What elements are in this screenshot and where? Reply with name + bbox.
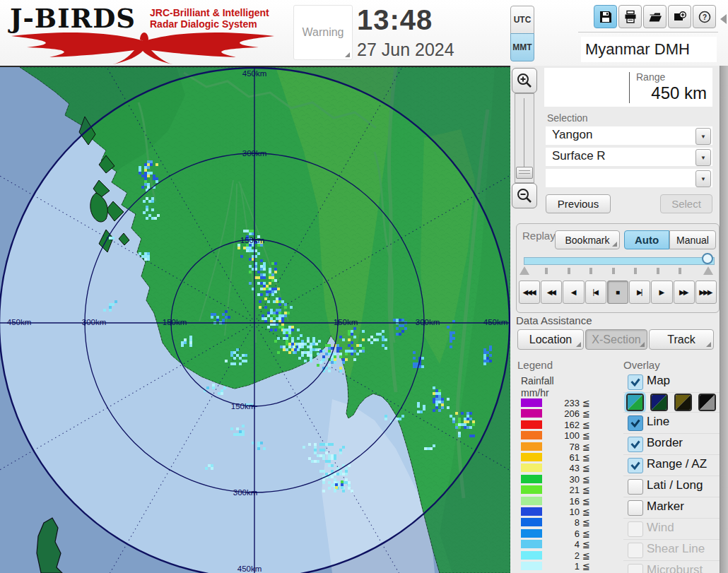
transport-button-3[interactable]: |◀ — [585, 280, 606, 304]
transport-button-7[interactable]: ▶▶ — [674, 280, 695, 304]
track-button[interactable]: Track — [649, 329, 714, 350]
add-image-button[interactable] — [668, 5, 691, 28]
product-dropdown[interactable]: Surface R ▼ — [546, 148, 712, 166]
transport-button-5[interactable]: ▶| — [629, 280, 650, 304]
overlay-item-marker[interactable]: Marker — [623, 497, 720, 518]
overlay-item-border[interactable]: Border — [623, 433, 720, 454]
overlay-item-shear-line[interactable]: Shear Line — [623, 539, 720, 560]
slider-end-marker[interactable] — [703, 266, 713, 275]
transport-button-8[interactable]: ▶▶▶ — [695, 280, 717, 304]
x-section-label: X-Section — [592, 333, 640, 346]
open-folder-button[interactable] — [643, 5, 667, 28]
data-assistance-label: Data Assistance — [516, 314, 592, 326]
range-label: Range — [636, 71, 665, 83]
transport-button-1[interactable]: ◀◀ — [541, 280, 562, 304]
magnifier-minus-icon — [516, 187, 533, 204]
zoom-slider-handle[interactable] — [516, 167, 533, 179]
chevron-down-icon[interactable]: ▼ — [695, 128, 711, 145]
collapse-panel-arrow-icon[interactable] — [720, 14, 727, 24]
corner-resize-icon — [345, 52, 350, 57]
overlay-item-label: Marker — [647, 500, 684, 514]
transport-button-2[interactable]: ◀ — [563, 280, 584, 304]
legend-value: 4 — [539, 539, 580, 550]
help-button[interactable]: ? — [693, 5, 716, 28]
manual-mode-button[interactable]: Manual — [669, 230, 716, 249]
range-ring-label: 450km — [7, 318, 32, 326]
zoom-slider-track[interactable] — [515, 93, 534, 183]
chevron-down-icon[interactable]: ▼ — [695, 149, 711, 166]
radar-map[interactable]: 450km300km150km150km300km450km450km300km… — [0, 66, 510, 573]
chevron-down-icon[interactable]: ▼ — [695, 170, 711, 187]
option-dropdown[interactable]: ▼ — [546, 169, 712, 187]
transport-controls: ◀◀◀◀◀◀|◀■▶|▶▶▶▶▶▶ — [519, 280, 717, 304]
warning-button[interactable]: Warning — [293, 5, 353, 60]
overlay-item-range-az[interactable]: Range / AZ — [623, 454, 720, 475]
radar-map-canvas: 450km300km150km150km300km450km450km300km… — [0, 67, 510, 573]
legend-row: 6≦ — [510, 528, 616, 539]
replay-slider-track[interactable] — [524, 257, 715, 265]
jbirds-logo: J-BIRDS JRC-Brilliant & Intelligent Rada… — [4, 1, 286, 64]
overlay-list: MapLineBorderRange / AZLati / LongMarker… — [623, 372, 720, 573]
map-style-swatch-2[interactable] — [650, 394, 668, 411]
legend-row: 10≦ — [510, 507, 616, 517]
legend-value: 30 — [539, 474, 580, 485]
mmt-button[interactable]: MMT — [510, 33, 534, 61]
checkmark-icon — [629, 438, 642, 451]
overlay-item-microburst[interactable]: Microburst — [623, 560, 720, 573]
transport-button-6[interactable]: ▶ — [651, 280, 672, 304]
legend-operator: ≦ — [582, 408, 590, 419]
checkbox[interactable] — [628, 458, 643, 473]
legend-row: 43≦ — [510, 463, 616, 473]
legend-row: 30≦ — [510, 474, 616, 485]
legend-row: 16≦ — [510, 496, 616, 507]
slider-tick — [679, 268, 681, 274]
checkbox[interactable] — [628, 500, 643, 516]
map-style-swatch-4[interactable] — [698, 394, 716, 411]
site-dropdown[interactable]: Yangon ▼ — [546, 126, 712, 145]
overlay-item-map[interactable]: Map — [623, 372, 720, 392]
location-button[interactable]: Location — [517, 329, 584, 350]
print-button[interactable] — [618, 5, 642, 28]
zoom-in-button[interactable] — [512, 68, 537, 93]
legend-value: 21 — [539, 485, 580, 495]
overlay-label: Overlay — [623, 359, 660, 371]
previous-button[interactable]: Previous — [546, 194, 611, 213]
overlay-item-line[interactable]: Line — [623, 412, 720, 433]
legend-operator: ≦ — [582, 398, 590, 408]
auto-mode-button[interactable]: Auto — [624, 230, 669, 249]
clock-date: 27 Jun 2024 — [357, 40, 454, 60]
overlay-item-wind[interactable]: Wind — [623, 518, 720, 539]
legend-row: 1≦ — [510, 561, 616, 572]
checkbox[interactable] — [628, 374, 643, 390]
overlay-item-lati-long[interactable]: Lati / Long — [623, 475, 720, 497]
map-style-swatch-1[interactable] — [626, 394, 644, 411]
legend-row: 233≦ — [510, 398, 616, 408]
legend-value: 16 — [539, 496, 580, 507]
checkbox[interactable] — [628, 415, 643, 431]
utc-button[interactable]: UTC — [510, 6, 534, 34]
checkmark-icon — [629, 459, 642, 472]
legend-value: 61 — [539, 452, 580, 463]
slider-start-marker[interactable] — [519, 266, 529, 275]
checkbox[interactable] — [628, 479, 643, 495]
transport-button-4[interactable]: ■ — [607, 280, 628, 304]
x-section-button[interactable]: X-Section — [585, 329, 647, 350]
range-ring-label: 300km — [82, 318, 107, 326]
map-style-swatch-3[interactable] — [674, 394, 692, 411]
checkbox[interactable] — [628, 437, 643, 452]
replay-slider-handle[interactable] — [702, 253, 713, 264]
legend-row: 206≦ — [510, 408, 616, 419]
legend-value: 6 — [539, 528, 580, 539]
bookmark-button[interactable]: Bookmark — [555, 230, 620, 249]
save-button[interactable] — [594, 5, 617, 28]
legend-value: 206 — [539, 408, 580, 419]
corner-menu-icon — [576, 342, 581, 347]
range-panel: Range 450 km — [544, 68, 712, 107]
bookmark-label: Bookmark — [565, 235, 609, 246]
transport-button-0[interactable]: ◀◀◀ — [519, 280, 540, 304]
zoom-out-button[interactable] — [512, 183, 537, 208]
legend-row: 78≦ — [510, 442, 616, 452]
legend-row: 8≦ — [510, 517, 616, 528]
select-button[interactable]: Select — [660, 194, 712, 213]
sidebar-scrollbar[interactable] — [720, 66, 728, 573]
